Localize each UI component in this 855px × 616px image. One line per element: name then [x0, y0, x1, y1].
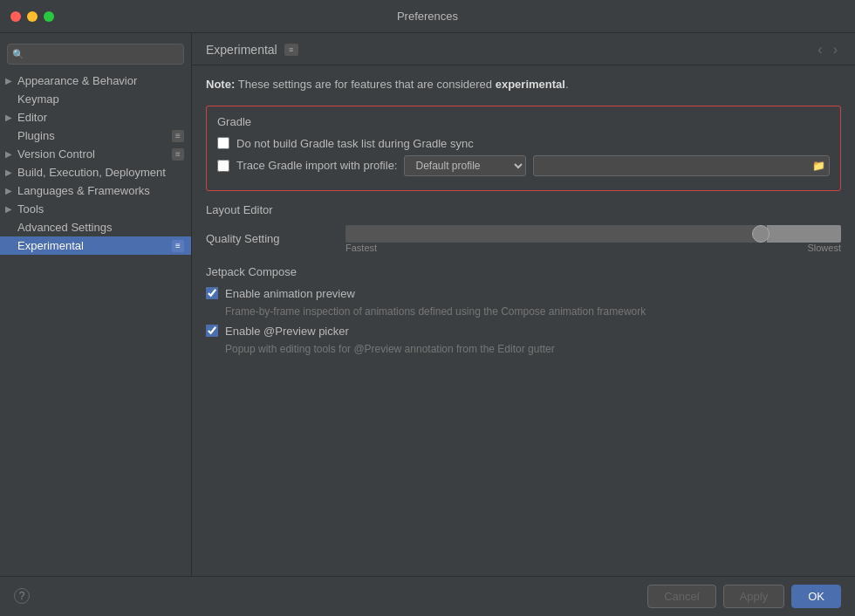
quality-slowest-label: Slowest	[807, 243, 841, 253]
sidebar-item-languages[interactable]: ▶ Languages & Frameworks	[0, 181, 191, 200]
nav-back-arrow[interactable]: ‹	[814, 42, 825, 58]
quality-slider[interactable]	[345, 225, 841, 243]
folder-icon: 📁	[812, 160, 825, 172]
vc-badge: ≡	[172, 148, 184, 161]
trace-row: Trace Gradle import with profile: Defaul…	[217, 155, 830, 176]
preview-picker-row: Enable @Preview picker	[206, 325, 841, 338]
layout-editor-label: Layout Editor	[206, 203, 841, 216]
sidebar-item-plugins[interactable]: Plugins ≡	[0, 127, 191, 145]
content-header: Experimental ≡ ‹ ›	[192, 33, 855, 65]
nav-forward-arrow[interactable]: ›	[830, 42, 841, 58]
quality-fastest-label: Fastest	[345, 243, 377, 253]
sidebar-item-keymap[interactable]: Keymap	[0, 90, 191, 108]
close-button[interactable]	[10, 11, 21, 22]
help-button[interactable]: ?	[14, 588, 30, 604]
sidebar-item-version-control[interactable]: ▶ Version Control ≡	[0, 145, 191, 163]
chevron-right-icon: ▶	[5, 113, 12, 122]
trace-checkbox[interactable]	[217, 160, 229, 172]
note-bold: experimental	[496, 78, 565, 91]
sidebar-item-label: Experimental	[17, 239, 84, 252]
chevron-right-icon: ▶	[5, 149, 12, 159]
content-title: Experimental	[206, 43, 277, 57]
sidebar-item-label: Editor	[17, 111, 47, 124]
trace-label: Trace Gradle import with profile:	[236, 159, 397, 172]
no-build-label: Do not build Gradle task list during Gra…	[217, 137, 474, 150]
sidebar: 🔍 ▶ Appearance & Behavior Keymap ▶ Edito…	[0, 33, 192, 576]
note-prefix: Note:	[206, 78, 238, 91]
preview-picker-desc: Popup with editing tools for @Preview an…	[206, 343, 841, 355]
note-body: These settings are for features that are…	[238, 78, 496, 91]
jetpack-compose-label: Jetpack Compose	[206, 265, 841, 278]
search-input[interactable]	[7, 44, 184, 65]
trace-profile-select[interactable]: Default profile	[404, 155, 526, 176]
traffic-lights	[10, 11, 54, 22]
sidebar-item-label: Plugins	[17, 129, 55, 142]
sidebar-item-label: Build, Execution, Deployment	[17, 166, 166, 179]
jetpack-compose-section: Jetpack Compose Enable animation preview…	[206, 265, 841, 355]
sidebar-item-label: Version Control	[17, 147, 95, 161]
sidebar-item-advanced-settings[interactable]: Advanced Settings	[0, 218, 191, 236]
sidebar-item-label: Keymap	[17, 92, 59, 106]
gradle-label: Gradle	[217, 115, 830, 128]
animation-preview-desc: Frame-by-frame inspection of animations …	[206, 305, 841, 318]
sidebar-item-appearance[interactable]: ▶ Appearance & Behavior	[0, 72, 191, 90]
slider-labels: Fastest Slowest	[345, 243, 841, 253]
bottom-bar: ? Cancel Apply OK	[0, 576, 855, 616]
sidebar-item-label: Advanced Settings	[17, 221, 112, 234]
experimental-badge: ≡	[172, 240, 184, 252]
plugins-badge: ≡	[172, 130, 184, 142]
apply-button[interactable]: Apply	[723, 585, 785, 608]
maximize-button[interactable]	[44, 11, 54, 22]
sidebar-item-tools[interactable]: ▶ Tools	[0, 200, 191, 218]
quality-slider-wrap: Fastest Slowest	[345, 225, 841, 253]
no-build-checkbox[interactable]	[217, 137, 229, 149]
main-layout: 🔍 ▶ Appearance & Behavior Keymap ▶ Edito…	[0, 33, 855, 576]
content-body: Note: These settings are for features th…	[192, 65, 855, 576]
search-wrap: 🔍	[7, 44, 184, 65]
trace-profile-path: 📁	[533, 155, 830, 176]
content-area: Experimental ≡ ‹ › Note: These settings …	[192, 33, 855, 576]
note-text: Note: These settings are for features th…	[206, 76, 841, 93]
no-build-row: Do not build Gradle task list during Gra…	[217, 137, 830, 150]
sidebar-item-build[interactable]: ▶ Build, Execution, Deployment	[0, 163, 191, 181]
ok-button[interactable]: OK	[791, 585, 841, 608]
gradle-section: Gradle Do not build Gradle task list dur…	[206, 106, 841, 191]
nav-arrows: ‹ ›	[814, 42, 841, 58]
titlebar: Preferences	[0, 0, 855, 33]
chevron-right-icon: ▶	[5, 204, 12, 214]
chevron-right-icon: ▶	[5, 76, 12, 86]
cancel-button[interactable]: Cancel	[647, 585, 715, 608]
preview-picker-checkbox[interactable]	[206, 325, 218, 337]
chevron-right-icon: ▶	[5, 168, 12, 177]
sidebar-item-label: Languages & Frameworks	[17, 184, 150, 197]
window-title: Preferences	[397, 10, 458, 23]
note-suffix: .	[565, 78, 569, 91]
content-title-icon: ≡	[284, 44, 298, 56]
animation-preview-label: Enable animation preview	[206, 287, 355, 300]
minimize-button[interactable]	[27, 11, 38, 22]
quality-label: Quality Setting	[206, 232, 345, 245]
chevron-right-icon: ▶	[5, 186, 12, 195]
sidebar-item-label: Tools	[17, 202, 44, 216]
sidebar-item-experimental[interactable]: Experimental ≡	[0, 236, 191, 255]
sidebar-item-editor[interactable]: ▶ Editor	[0, 108, 191, 127]
animation-preview-row: Enable animation preview	[206, 287, 841, 300]
preview-picker-label: Enable @Preview picker	[206, 325, 349, 338]
quality-row: Quality Setting Fastest Slowest	[206, 225, 841, 253]
animation-preview-checkbox[interactable]	[206, 287, 218, 299]
sidebar-item-label: Appearance & Behavior	[17, 74, 137, 87]
